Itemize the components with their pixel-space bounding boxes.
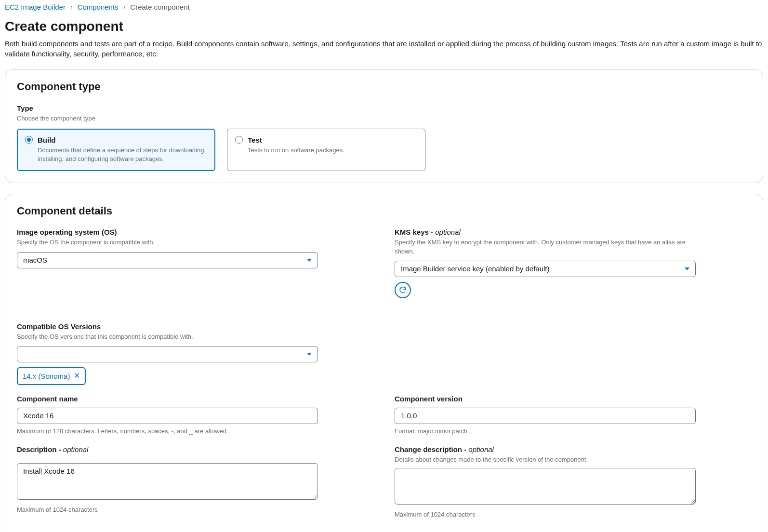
radio-icon xyxy=(235,136,243,144)
version-input[interactable] xyxy=(395,408,696,424)
type-option-test[interactable]: Test Tests to run on software packages. xyxy=(227,129,425,171)
kms-label-optional: optional xyxy=(435,228,461,236)
os-label: Image operating system (OS) xyxy=(17,227,318,237)
version-label: Component version xyxy=(395,394,696,404)
type-field-label: Type xyxy=(17,103,751,113)
kms-select[interactable]: Image Builder service key (enabled by de… xyxy=(395,261,696,277)
description-label: Description - optional xyxy=(17,444,318,454)
component-type-panel: Component type Type Choose the component… xyxy=(5,69,763,183)
refresh-icon xyxy=(398,286,407,294)
description-help: Maximum of 1024 characters xyxy=(17,505,318,514)
panel-title: Component type xyxy=(17,80,751,94)
change-description-hint: Details about changes made to the specif… xyxy=(395,455,696,464)
os-versions-hint: Specify the OS versions that this compon… xyxy=(17,332,318,341)
page-title: Create component xyxy=(5,17,763,36)
caret-down-icon xyxy=(685,267,689,270)
version-field: Component version Format: major.minor.pa… xyxy=(395,394,696,436)
breadcrumb-current: Create component xyxy=(130,2,189,12)
name-field: Component name Maximum of 128 characters… xyxy=(17,394,318,436)
change-description-textarea[interactable] xyxy=(395,468,696,505)
os-versions-label: Compatible OS Versions xyxy=(17,321,318,332)
description-field: Description - optional Maximum of 1024 c… xyxy=(17,444,318,519)
kms-label: KMS keys - optional xyxy=(395,227,696,237)
change-description-label-optional: optional xyxy=(468,445,494,453)
change-description-help: Maximum of 1024 characters xyxy=(395,510,696,519)
os-select[interactable]: macOS xyxy=(17,252,318,268)
kms-label-prefix: KMS keys - xyxy=(395,228,435,236)
os-field: Image operating system (OS) Specify the … xyxy=(17,227,318,298)
os-versions-select[interactable] xyxy=(17,346,318,362)
chevron-right-icon: › xyxy=(123,2,126,12)
version-help: Format: major.minor.patch xyxy=(395,427,696,436)
kms-field: KMS keys - optional Specify the KMS key … xyxy=(395,227,696,298)
type-option-build[interactable]: Build Documents that define a sequence o… xyxy=(17,129,215,171)
change-description-field: Change description - optional Details ab… xyxy=(395,444,696,519)
panel-title: Component details xyxy=(17,204,751,219)
radio-icon xyxy=(25,136,33,144)
chevron-right-icon: › xyxy=(70,2,73,12)
description-label-optional: optional xyxy=(63,445,89,453)
os-version-chip-label: 14.x (Sonoma) xyxy=(23,371,70,381)
os-select-value: macOS xyxy=(23,255,47,265)
description-textarea[interactable] xyxy=(17,463,318,500)
type-option-test-title: Test xyxy=(248,135,344,145)
caret-down-icon xyxy=(307,353,312,356)
name-input[interactable] xyxy=(17,408,318,424)
os-version-chip[interactable]: 14.x (Sonoma) ✕ xyxy=(17,367,86,385)
change-description-label: Change description - optional xyxy=(395,444,696,454)
breadcrumb-link-components[interactable]: Components xyxy=(78,2,119,12)
type-option-build-title: Build xyxy=(38,135,207,145)
type-option-build-desc: Documents that define a sequence of step… xyxy=(38,146,207,163)
close-icon[interactable]: ✕ xyxy=(74,372,80,380)
breadcrumb-link-service[interactable]: EC2 Image Builder xyxy=(5,2,66,12)
type-field-hint: Choose the component type. xyxy=(17,114,751,123)
component-details-panel: Component details Image operating system… xyxy=(5,194,763,532)
os-hint: Specify the OS the component is compatib… xyxy=(17,238,318,247)
name-help: Maximum of 128 characters. Letters, numb… xyxy=(17,427,318,436)
description-label-prefix: Description - xyxy=(17,445,63,453)
kms-refresh-button[interactable] xyxy=(395,282,411,298)
os-versions-field: Compatible OS Versions Specify the OS ve… xyxy=(17,321,318,385)
breadcrumb: EC2 Image Builder › Components › Create … xyxy=(5,0,763,16)
change-description-label-prefix: Change description - xyxy=(395,445,468,453)
kms-hint: Specify the KMS key to encrypt the compo… xyxy=(395,238,696,255)
kms-select-value: Image Builder service key (enabled by de… xyxy=(401,264,550,274)
name-label: Component name xyxy=(17,394,318,404)
type-option-test-desc: Tests to run on software packages. xyxy=(248,146,344,155)
page-description: Both build components and tests are part… xyxy=(5,39,763,59)
caret-down-icon xyxy=(307,259,312,262)
